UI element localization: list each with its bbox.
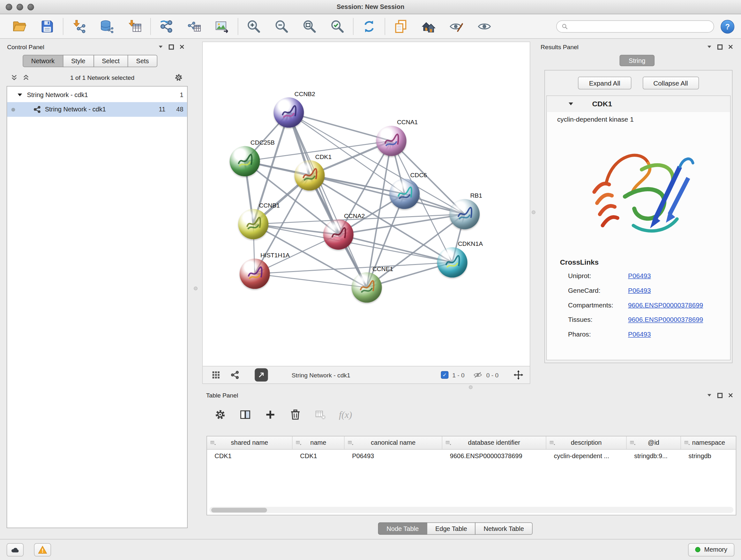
network-node-CCNB1[interactable] [238,209,268,240]
memory-button[interactable]: Memory [688,543,734,556]
zoom-fit-button[interactable] [299,17,320,37]
open-session-button[interactable] [9,17,30,37]
right-splitter-handle[interactable] [532,210,536,214]
collapse-networks-button[interactable] [22,73,30,82]
panel-maximize-button[interactable] [718,393,723,398]
panel-maximize-button[interactable] [718,44,723,49]
save-session-button[interactable] [37,17,58,37]
horizontal-scrollbar[interactable] [209,507,733,513]
zoom-out-button[interactable] [271,17,293,37]
cloud-status-button[interactable] [7,543,23,556]
protein-header[interactable]: CDK1 [547,96,730,112]
delete-column-button[interactable] [286,405,305,424]
network-node-CCNB2[interactable] [273,98,304,128]
column-header-name[interactable]: name [293,436,345,449]
grid-view-button[interactable] [209,368,222,381]
selected-checkbox[interactable]: ✓ [441,371,449,379]
network-node-CDC6[interactable] [389,179,420,209]
tab-string[interactable]: String [619,55,655,66]
panel-float-button[interactable] [706,392,712,398]
network-node-CCNA2[interactable] [323,219,354,250]
hide-graphics-button[interactable] [446,17,467,37]
horizontal-splitter-handle[interactable] [469,385,473,389]
network-node-CCNE1[interactable] [352,272,382,303]
panel-float-button[interactable] [706,44,712,50]
network-node-CDK1[interactable] [294,160,325,191]
traffic-light-minimize-button[interactable] [17,4,23,10]
panel-close-button[interactable] [728,392,734,398]
table-row[interactable]: CDK1CDK1P064939606.ENSP00000378699cyclin… [207,449,736,462]
panel-close-button[interactable] [179,44,185,50]
column-header-namespace[interactable]: namespace [681,436,736,449]
table-cell[interactable]: P06493 [345,449,443,462]
network-node-CCNA1[interactable] [376,126,407,156]
import-network-file-button[interactable] [68,17,90,37]
expand-all-button[interactable]: Expand All [578,77,631,89]
network-node-CDKN1A[interactable] [437,247,468,277]
birdseye-home-button[interactable] [418,17,440,37]
tab-network[interactable]: Network [23,55,63,67]
network-edge[interactable] [289,112,391,141]
search-box[interactable] [556,20,714,33]
table-cell[interactable]: 9606.ENSP00000378699 [442,449,546,462]
traffic-light-close-button[interactable] [6,4,12,10]
network-edge[interactable] [289,112,367,287]
network-tree-row[interactable]: String Network - cdk11148 [7,102,187,117]
tab-style[interactable]: Style [63,55,94,67]
show-columns-button[interactable] [236,405,255,424]
table-cell[interactable]: cyclin-dependent ... [546,449,627,462]
help-button[interactable]: ? [721,19,734,33]
tab-sets[interactable]: Sets [128,55,157,67]
expand-networks-button[interactable] [10,73,18,82]
refresh-layout-button[interactable] [358,17,380,37]
column-header-shared-name[interactable]: shared name [207,436,293,449]
create-column-button[interactable] [261,405,280,424]
traffic-light-zoom-button[interactable] [27,4,34,10]
show-graphics-button[interactable] [474,17,495,37]
network-table-button[interactable] [184,17,205,37]
crosslink-value-link[interactable]: P06493 [628,272,651,279]
network-node-RB1[interactable] [449,199,480,229]
birdseye-view-button[interactable] [228,368,241,381]
tab-network-table[interactable]: Network Table [475,522,533,535]
network-options-button[interactable] [174,73,183,82]
column-header--id[interactable]: @id [627,436,681,449]
tab-select[interactable]: Select [93,55,128,67]
left-splitter-handle[interactable] [194,287,198,290]
copy-document-button[interactable] [390,17,412,37]
warnings-button[interactable] [34,543,51,556]
scrollbar-thumb[interactable] [211,508,267,512]
zoom-selected-button[interactable] [327,17,348,37]
crosslink-value-link[interactable]: P06493 [628,330,651,338]
table-cell[interactable]: stringdb:9... [627,449,681,462]
open-in-window-button[interactable] [255,368,268,381]
column-header-database-identifier[interactable]: database identifier [442,436,546,449]
network-edge[interactable] [255,273,367,287]
crosslink-value-link[interactable]: 9606.ENSP00000378699 [628,315,703,323]
table-cell[interactable]: stringdb [681,449,736,462]
tree-expander-icon[interactable] [17,91,23,98]
network-node-CDC25B[interactable] [230,146,260,177]
collapse-all-button[interactable]: Collapse All [643,77,698,89]
export-image-button[interactable] [211,17,233,37]
crosslink-value-link[interactable]: 9606.ENSP00000378699 [628,301,703,309]
zoom-in-button[interactable] [243,17,265,37]
tab-edge-table[interactable]: Edge Table [427,522,475,535]
network-node-HIST1H1A[interactable] [240,259,270,289]
table-cell[interactable]: CDK1 [293,449,345,462]
search-input[interactable] [571,23,709,30]
table-cell[interactable]: CDK1 [207,449,293,462]
pan-crosshair-button[interactable] [514,370,523,380]
panel-maximize-button[interactable] [169,44,174,49]
tab-node-table[interactable]: Node Table [378,522,427,535]
column-header-canonical-name[interactable]: canonical name [345,436,443,449]
network-canvas[interactable]: CCNB2CCNA1CDC25BCDK1CDC6RB1CCNB1CCNA2CDK… [203,42,530,366]
network-tree-row[interactable]: String Network - cdk11 [7,87,187,102]
new-network-button[interactable] [155,17,177,37]
import-table-button[interactable] [124,17,145,37]
network-edge[interactable] [338,235,452,262]
import-network-database-button[interactable] [96,17,118,37]
panel-close-button[interactable] [728,44,734,50]
column-header-description[interactable]: description [546,436,627,449]
table-settings-button[interactable] [211,405,229,424]
